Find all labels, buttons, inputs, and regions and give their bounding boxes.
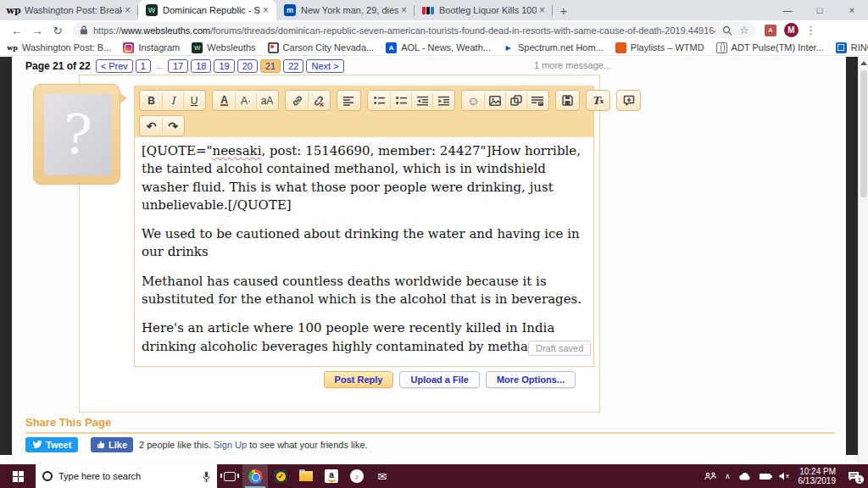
action-center-button[interactable]: 1 [848, 471, 860, 481]
websleuths-favicon: W [146, 4, 158, 16]
daily-mail-favicon: m [284, 4, 296, 16]
itunes-icon: ♪ [350, 469, 364, 483]
minimize-button[interactable]: — [771, 0, 804, 20]
bookmark-washington-post[interactable]: wpWashington Post: B... [7, 42, 111, 53]
post-reply-button[interactable]: Post Reply [324, 371, 394, 388]
next-page-button[interactable]: Next > [306, 59, 343, 73]
smilies-icon[interactable]: ☺ [463, 92, 484, 109]
share-this-page-heading: Share This Page [25, 416, 111, 429]
address-bar[interactable]: https://www.websleuths.com/forums/thread… [73, 22, 756, 38]
page-button-22[interactable]: 22 [283, 59, 303, 73]
battery-icon[interactable] [760, 474, 771, 480]
taskbar-clock[interactable]: 10:24 PM6/13/2019 [798, 467, 837, 485]
tab-close-icon[interactable]: × [260, 4, 271, 16]
insert-media-icon[interactable] [505, 92, 526, 109]
insert-link-icon[interactable] [287, 92, 308, 109]
facebook-like-button[interactable]: Like [91, 437, 133, 452]
chrome-menu-icon[interactable]: ⋮ [805, 24, 816, 36]
taskbar-chrome-button[interactable] [242, 464, 268, 488]
text-color-button[interactable]: A [220, 96, 228, 106]
bookmark-websleuths[interactable]: WWebsleuths [192, 42, 255, 53]
people-icon[interactable] [704, 472, 716, 480]
page-button-1[interactable]: 1 [136, 59, 151, 73]
editor-toolbar: B I U A A· aA [134, 86, 594, 136]
taskbar-amazon-button[interactable]: a [319, 464, 344, 488]
indent-icon[interactable] [432, 92, 453, 109]
onedrive-cloud-icon[interactable] [739, 473, 751, 480]
taskbar-file-explorer-button[interactable] [293, 464, 319, 488]
washington-post-favicon: wp [8, 4, 19, 16]
bookmark-aol[interactable]: AAOL - News, Weath... [386, 42, 491, 53]
prev-page-button[interactable]: < Prev [96, 59, 133, 73]
reply-text-editor[interactable]: [QUOTE="neesaki, post: 15146690, member:… [134, 136, 594, 367]
scrollbar[interactable] [858, 57, 868, 464]
upload-file-button[interactable]: Upload a File [399, 371, 479, 388]
page-button-17[interactable]: 17 [168, 59, 188, 73]
thumbs-up-icon [97, 441, 105, 449]
multiquote-icon[interactable] [618, 92, 639, 109]
save-draft-icon[interactable] [557, 92, 578, 109]
page-button-21-current[interactable]: 21 [260, 59, 281, 73]
remove-formatting-button[interactable]: Tx [587, 92, 609, 109]
tab-washington-post[interactable]: wp Washington Post: Breaking News × [0, 0, 138, 20]
tweet-button[interactable]: Tweet [25, 437, 78, 452]
bookmark-carson-city[interactable]: Carson City Nevada... [268, 42, 375, 53]
tab-title: Bootleg Liquor Kills 100 In India' [439, 5, 537, 15]
more-message-notice[interactable]: 1 more message... [534, 60, 611, 70]
scroll-up-arrow[interactable] [860, 61, 867, 65]
scrollbar-thumb[interactable] [860, 70, 867, 197]
bookmark-star-icon[interactable]: ☆ [739, 24, 749, 36]
bookmark-spectrum[interactable]: ▶Spectrum.net Hom... [503, 42, 604, 53]
page-button-19[interactable]: 19 [214, 59, 234, 73]
bookmark-wtmd[interactable]: Playlists – WTMD [615, 42, 704, 53]
bookmark-adt-pulse[interactable]: ADT Pulse(TM) Inter... [716, 42, 824, 53]
outdent-icon[interactable] [411, 92, 432, 109]
page-button-18[interactable]: 18 [191, 59, 211, 73]
insert-quote-block-icon[interactable] [526, 92, 548, 109]
tab-daily-mail[interactable]: m New York man, 29, dies in the Do × [276, 0, 415, 20]
padlock-icon [80, 25, 88, 35]
forward-button[interactable]: → [27, 24, 47, 37]
taskbar-norton-button[interactable]: ✓ [268, 464, 293, 488]
ordered-list-icon[interactable] [390, 92, 411, 109]
redo-icon[interactable]: ↷ [162, 117, 183, 135]
insert-image-icon[interactable] [484, 92, 505, 109]
taskbar-itunes-button[interactable]: ♪ [344, 464, 370, 488]
tab-close-icon[interactable]: × [537, 4, 548, 16]
unordered-list-icon[interactable] [369, 92, 390, 109]
reload-button[interactable]: ↻ [47, 24, 68, 37]
bold-button[interactable]: B [141, 92, 162, 109]
undo-icon[interactable]: ↶ [141, 117, 162, 135]
start-button[interactable] [0, 464, 36, 488]
taskbar-mail-button[interactable]: ✉ [370, 464, 395, 488]
text-align-icon[interactable] [338, 92, 359, 109]
tab-title: Washington Post: Breaking News [25, 5, 122, 15]
page-viewport: Page 21 of 22 < Prev 1 ← 17 18 19 20 21 … [0, 57, 868, 464]
zoom-magnifier-icon[interactable] [722, 25, 732, 36]
font-family-button[interactable]: aA [256, 92, 277, 109]
tab-close-icon[interactable]: × [122, 4, 133, 16]
maximize-button[interactable]: □ [804, 0, 836, 20]
tab-npr[interactable]: Bootleg Liquor Kills 100 In India' × [415, 0, 553, 20]
sign-up-link[interactable]: Sign Up [214, 440, 247, 450]
tab-websleuths-active[interactable]: W Dominican Republic - SEVEN Am × [138, 0, 276, 20]
page-button-20[interactable]: 20 [237, 59, 258, 73]
unlink-icon[interactable] [308, 92, 329, 109]
close-button[interactable]: × [836, 0, 868, 20]
volume-muted-icon[interactable] [779, 472, 790, 480]
italic-button[interactable]: I [162, 92, 183, 109]
taskbar-search-box[interactable]: Type here to search [36, 464, 217, 488]
underline-button[interactable]: U [183, 92, 204, 109]
task-view-button[interactable] [217, 464, 242, 488]
font-size-button[interactable]: A· [235, 92, 256, 109]
profile-avatar[interactable]: M [784, 23, 798, 37]
pdf-extension-icon[interactable]: A [765, 25, 776, 36]
bookmark-ring[interactable]: RING [836, 42, 868, 53]
tray-expand-chevron[interactable]: ∧ [725, 472, 731, 480]
back-button[interactable]: ← [7, 24, 27, 37]
more-options-button[interactable]: More Options... [486, 371, 576, 388]
user-avatar[interactable]: ? [33, 84, 120, 185]
new-tab-button[interactable]: + [553, 0, 575, 20]
bookmark-instagram[interactable]: Instagram [123, 42, 180, 53]
tab-close-icon[interactable]: × [398, 4, 409, 16]
